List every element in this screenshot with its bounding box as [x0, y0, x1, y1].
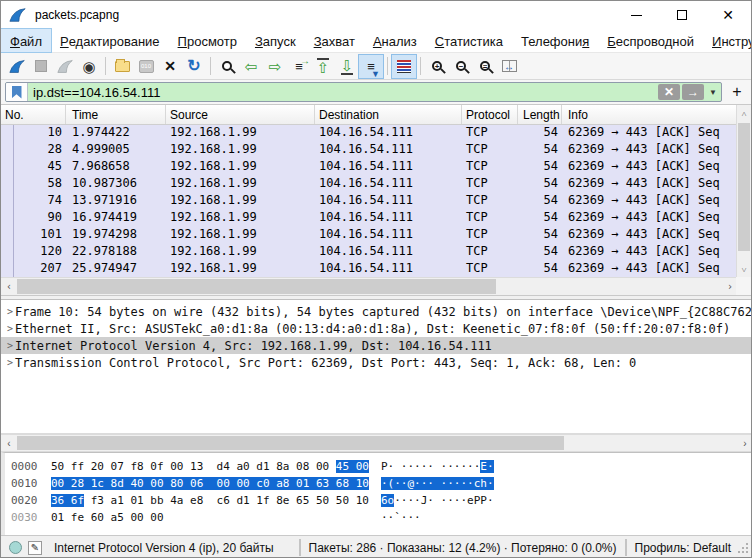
resize-grip[interactable]: [737, 542, 749, 554]
capture-comment-icon[interactable]: ✎: [28, 541, 42, 555]
hex-bytes[interactable]: 00 28 1c 8d 40 00 80 06 00 00 c0 a8 01 6…: [51, 477, 381, 490]
resize-columns-button[interactable]: ↔: [497, 55, 521, 78]
detail-row-tcp[interactable]: >Transmission Control Protocol, Src Port…: [1, 354, 751, 371]
scroll-up-arrow[interactable]: ˄: [737, 105, 751, 122]
reload-file-button[interactable]: ↻: [182, 55, 206, 78]
expand-chevron-icon[interactable]: >: [1, 340, 15, 351]
apply-filter-button[interactable]: →: [682, 84, 704, 100]
zoom-in-icon: +: [432, 61, 442, 71]
packet-row[interactable]: 20725.974947192.168.1.99104.16.54.111TCP…: [1, 261, 738, 278]
menu-go[interactable]: Запуск: [246, 29, 305, 52]
capture-options-button[interactable]: ◉: [77, 55, 101, 78]
details-horizontal-scrollbar[interactable]: ‹ ›: [1, 434, 752, 452]
menu-analyze[interactable]: Анализ: [364, 29, 426, 52]
add-filter-button[interactable]: +: [727, 82, 747, 102]
last-packet-button[interactable]: ⇩: [335, 55, 359, 78]
zoom-in-button[interactable]: +: [425, 55, 449, 78]
start-capture-icon: [9, 59, 26, 74]
arrow-down-icon: ⇩: [341, 58, 354, 75]
menu-capture[interactable]: Захват: [305, 29, 364, 52]
packet-row[interactable]: 7413.971916192.168.1.99104.16.54.111TCP5…: [1, 193, 738, 210]
packet-row[interactable]: 284.999005192.168.1.99104.16.54.111TCP54…: [1, 142, 738, 159]
goto-packet-button[interactable]: ≡→: [287, 55, 311, 78]
packet-row[interactable]: 101.974422192.168.1.99104.16.54.111TCP54…: [1, 125, 738, 142]
ascii-bytes[interactable]: 6o····J· ····ePP·: [381, 494, 494, 507]
packet-row[interactable]: 12022.978188192.168.1.99104.16.54.111TCP…: [1, 244, 738, 261]
clear-filter-button[interactable]: ✕: [658, 84, 680, 100]
save-file-button[interactable]: 010: [134, 55, 158, 78]
expand-chevron-icon[interactable]: >: [1, 306, 15, 317]
horizontal-scroll-thumb[interactable]: [17, 436, 564, 450]
find-icon: [222, 61, 232, 71]
expand-chevron-icon[interactable]: >: [1, 323, 15, 334]
expand-chevron-icon[interactable]: >: [1, 357, 15, 368]
maximize-button[interactable]: [659, 1, 705, 29]
restart-capture-button[interactable]: [53, 55, 77, 78]
packet-row[interactable]: 457.968658192.168.1.99104.16.54.111TCP54…: [1, 159, 738, 176]
hex-bytes[interactable]: 36 6f f3 a1 01 bb 4a e8 c6 d1 1f 8e 65 5…: [51, 494, 381, 507]
packet-row[interactable]: 10119.974298192.168.1.99104.16.54.111TCP…: [1, 227, 738, 244]
menu-telephony[interactable]: Телефония: [512, 29, 598, 52]
hex-row[interactable]: 000050 ff 20 07 f8 0f 00 13 d4 a0 d1 8a …: [5, 458, 751, 475]
column-header-source[interactable]: Source: [166, 105, 315, 124]
auto-scroll-button[interactable]: ≡▼: [359, 55, 383, 78]
resize-columns-icon: ↔: [502, 60, 517, 72]
hex-offset: 0030: [5, 511, 51, 524]
filter-history-dropdown[interactable]: ▼: [705, 83, 721, 101]
menu-view[interactable]: Просмотр: [169, 29, 246, 52]
arrow-up-icon: ⇧: [317, 58, 330, 75]
scroll-left-arrow[interactable]: ‹: [1, 281, 17, 292]
open-file-button[interactable]: [110, 55, 134, 78]
close-file-button[interactable]: ✕: [158, 55, 182, 78]
hex-row[interactable]: 001000 28 1c 8d 40 00 80 06 00 00 c0 a8 …: [5, 475, 751, 492]
hex-row[interactable]: 003001 fe 60 a5 00 00··`···: [5, 509, 751, 526]
next-packet-button[interactable]: ⇨: [263, 55, 287, 78]
column-header-time[interactable]: Time: [66, 105, 166, 124]
detail-row-frame[interactable]: >Frame 10: 54 bytes on wire (432 bits), …: [1, 303, 751, 320]
column-header-info[interactable]: Info: [562, 105, 738, 124]
menu-wireless[interactable]: Беспроводной: [598, 29, 703, 52]
column-header-destination[interactable]: Destination: [315, 105, 462, 124]
filter-bookmark-button[interactable]: [6, 83, 28, 101]
detail-row-ethernet[interactable]: >Ethernet II, Src: ASUSTekC_a0:d1:8a (00…: [1, 320, 751, 337]
menu-tools[interactable]: Инструменты: [703, 29, 752, 52]
column-header-length[interactable]: Length: [518, 105, 562, 124]
start-capture-button[interactable]: [5, 55, 29, 78]
expert-info-icon[interactable]: [9, 541, 22, 554]
zoom-original-button[interactable]: =: [473, 55, 497, 78]
find-packet-button[interactable]: [215, 55, 239, 78]
packet-row[interactable]: 9016.974419192.168.1.99104.16.54.111TCP5…: [1, 210, 738, 227]
toolbar-separator: [210, 57, 211, 75]
packet-list-vertical-scrollbar[interactable]: ˄ ˅: [736, 105, 751, 278]
column-header-protocol[interactable]: Protocol: [462, 105, 518, 124]
hex-bytes[interactable]: 50 ff 20 07 f8 0f 00 13 d4 a0 d1 8a 08 0…: [51, 460, 381, 473]
menu-file[interactable]: Файл: [1, 29, 51, 52]
horizontal-scroll-thumb[interactable]: [17, 279, 496, 294]
packet-row[interactable]: 5810.987306192.168.1.99104.16.54.111TCP5…: [1, 176, 738, 193]
stop-capture-button[interactable]: [29, 55, 53, 78]
packet-list-horizontal-scrollbar[interactable]: ‹ ›: [1, 277, 738, 295]
menu-edit[interactable]: Редактирование: [51, 29, 169, 52]
ascii-bytes[interactable]: P· ····· ······E·: [381, 460, 494, 473]
previous-packet-button[interactable]: ⇦: [239, 55, 263, 78]
colorize-button[interactable]: [392, 55, 416, 78]
zoom-out-button[interactable]: −: [449, 55, 473, 78]
display-filter-input[interactable]: ip.dst==104.16.54.111: [28, 83, 657, 101]
first-packet-button[interactable]: ⇧: [311, 55, 335, 78]
column-header-no[interactable]: No.: [1, 105, 66, 124]
minimize-button[interactable]: [613, 1, 659, 29]
close-button[interactable]: ✕: [705, 1, 751, 29]
menu-bar: Файл Редактирование Просмотр Запуск Захв…: [1, 29, 751, 53]
close-file-icon: ✕: [164, 59, 176, 73]
scroll-left-arrow[interactable]: ‹: [1, 438, 17, 449]
ascii-bytes[interactable]: ·(··@··· ·····ch·: [381, 477, 494, 490]
hex-bytes[interactable]: 01 fe 60 a5 00 00: [51, 511, 381, 524]
detail-row-ip[interactable]: >Internet Protocol Version 4, Src: 192.1…: [1, 337, 751, 354]
status-profile[interactable]: Профиль: Default: [635, 541, 732, 555]
menu-statistics[interactable]: Статистика: [426, 29, 512, 52]
hex-row[interactable]: 002036 6f f3 a1 01 bb 4a e8 c6 d1 1f 8e …: [5, 492, 751, 509]
vertical-scroll-thumb[interactable]: [738, 123, 750, 251]
scroll-right-arrow[interactable]: ›: [737, 438, 752, 449]
scroll-down-arrow[interactable]: ˅: [737, 261, 751, 278]
ascii-bytes[interactable]: ··`···: [381, 511, 421, 524]
